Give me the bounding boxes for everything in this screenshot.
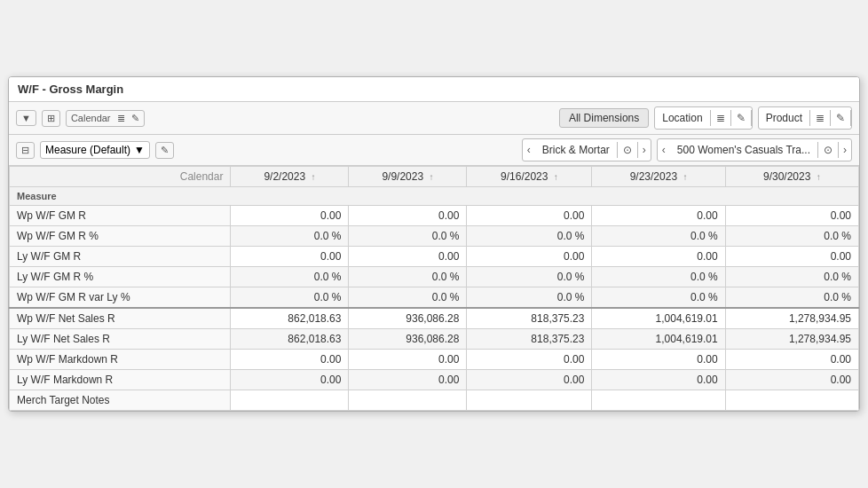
- row-label: Ly W/F GM R %: [10, 267, 231, 287]
- cell-1-0[interactable]: 0.0 %: [231, 226, 349, 247]
- product-hierarchy-icon[interactable]: ≣: [810, 110, 831, 126]
- cell-5-4[interactable]: 1,278,934.95: [725, 308, 858, 329]
- cell-0-4[interactable]: 0.00: [725, 206, 858, 226]
- cell-0-2[interactable]: 0.00: [467, 206, 592, 226]
- product-next-button[interactable]: ›: [839, 142, 851, 158]
- layout-button[interactable]: ⊞: [42, 110, 60, 127]
- data-table: Calendar 9/2/2023 ↑ 9/9/2023 ↑ 9/16/2023…: [9, 166, 859, 411]
- cell-7-4[interactable]: 0.00: [725, 350, 858, 370]
- cell-5-1[interactable]: 936,086.28: [349, 308, 467, 329]
- layout2-button[interactable]: ⊟: [16, 142, 35, 159]
- row-label: Wp W/F GM R %: [10, 226, 231, 247]
- cell-3-4[interactable]: 0.0 %: [725, 267, 858, 287]
- cell-2-3[interactable]: 0.00: [592, 247, 725, 267]
- product-prev-button[interactable]: ‹: [658, 142, 670, 158]
- cell-3-2[interactable]: 0.0 %: [467, 267, 592, 287]
- collapse-button[interactable]: ▼: [16, 110, 36, 126]
- cell-6-4[interactable]: 1,278,934.95: [725, 329, 858, 350]
- cell-4-2[interactable]: 0.0 %: [467, 287, 592, 309]
- cell-5-2[interactable]: 818,375.23: [467, 308, 592, 329]
- cell-7-0[interactable]: 0.00: [231, 350, 349, 370]
- col-header-0: 9/2/2023 ↑: [231, 167, 349, 187]
- calendar-button[interactable]: Calendar ≣ ✎: [66, 110, 145, 127]
- cell-3-3[interactable]: 0.0 %: [592, 267, 725, 287]
- calendar-label: Calendar: [71, 113, 111, 123]
- cell-4-4[interactable]: 0.0 %: [725, 287, 858, 309]
- cell-1-2[interactable]: 0.0 %: [467, 226, 592, 247]
- cell-0-0[interactable]: 0.00: [231, 206, 349, 226]
- cell-8-3[interactable]: 0.00: [592, 370, 725, 390]
- cell-6-1[interactable]: 936,086.28: [349, 329, 467, 350]
- sort-arrow-1: ↑: [429, 172, 433, 182]
- cell-4-0[interactable]: 0.0 %: [231, 287, 349, 309]
- cell-6-0[interactable]: 862,018.63: [231, 329, 349, 350]
- cell-3-0[interactable]: 0.0 %: [231, 267, 349, 287]
- location-target-icon[interactable]: ⊙: [618, 142, 638, 158]
- cell-0-3[interactable]: 0.00: [592, 206, 725, 226]
- product-target-icon[interactable]: ⊙: [818, 142, 839, 158]
- location-hierarchy-icon[interactable]: ≣: [711, 110, 731, 126]
- row-label: Ly W/F Net Sales R: [10, 329, 231, 350]
- table-row: Ly W/F Markdown R0.000.000.000.000.00: [10, 370, 859, 390]
- layout-icon: ⊞: [47, 113, 55, 124]
- table-row: Ly W/F GM R0.000.000.000.000.00: [10, 247, 859, 267]
- cell-1-4[interactable]: 0.0 %: [725, 226, 858, 247]
- cell-5-0[interactable]: 862,018.63: [231, 308, 349, 329]
- cell-8-4[interactable]: 0.00: [725, 370, 858, 390]
- cell-9-3[interactable]: [592, 390, 725, 411]
- product-nav-pill: ‹ 500 Women's Casuals Tra... ⊙ ›: [657, 138, 852, 161]
- cell-4-1[interactable]: 0.0 %: [349, 287, 467, 309]
- cell-2-2[interactable]: 0.00: [467, 247, 592, 267]
- cell-3-1[interactable]: 0.0 %: [349, 267, 467, 287]
- product-current: 500 Women's Casuals Tra...: [670, 142, 818, 158]
- row-label: Ly W/F GM R: [10, 247, 231, 267]
- sort-arrow-2: ↑: [554, 172, 558, 182]
- location-next-button[interactable]: ›: [638, 142, 651, 158]
- cell-7-1[interactable]: 0.00: [349, 350, 467, 370]
- cell-7-3[interactable]: 0.00: [592, 350, 725, 370]
- layout2-icon: ⊟: [21, 145, 29, 156]
- cell-6-3[interactable]: 1,004,619.01: [592, 329, 725, 350]
- cell-4-3[interactable]: 0.0 %: [592, 287, 725, 309]
- sort-arrow-4: ↑: [817, 172, 821, 182]
- col-header-4: 9/30/2023 ↑: [725, 167, 858, 187]
- row-label: Ly W/F Markdown R: [10, 370, 231, 390]
- cell-2-4[interactable]: 0.00: [725, 247, 858, 267]
- cell-9-4[interactable]: [725, 390, 858, 411]
- product-pill: Product ≣ ✎: [758, 106, 852, 130]
- col-date-0: 9/2/2023: [264, 170, 305, 183]
- corner-cell: Calendar: [10, 167, 231, 187]
- all-dimensions-label: All Dimensions: [569, 112, 639, 124]
- measure-label: Measure (Default): [45, 144, 130, 156]
- col-date-4: 9/30/2023: [763, 170, 810, 183]
- measure-edit-button[interactable]: ✎: [155, 142, 174, 159]
- cell-9-2[interactable]: [467, 390, 592, 411]
- cell-8-1[interactable]: 0.00: [349, 370, 467, 390]
- collapse-icon: ▼: [21, 113, 31, 123]
- row-label: Wp W/F GM R: [10, 206, 231, 226]
- cell-6-2[interactable]: 818,375.23: [467, 329, 592, 350]
- cell-8-2[interactable]: 0.00: [467, 370, 592, 390]
- cell-2-1[interactable]: 0.00: [349, 247, 467, 267]
- measure-edit-icon: ✎: [161, 145, 169, 156]
- hierarchy-icon: ≣: [117, 113, 125, 124]
- product-edit-icon[interactable]: ✎: [831, 110, 851, 126]
- cell-9-1[interactable]: [349, 390, 467, 411]
- col-header-3: 9/23/2023 ↑: [592, 167, 725, 187]
- location-prev-button[interactable]: ‹: [523, 142, 535, 158]
- filter-row: ⊟ Measure (Default) ▼ ✎ ‹ Brick & Mortar…: [9, 135, 859, 166]
- cell-9-0[interactable]: [231, 390, 349, 411]
- cell-0-1[interactable]: 0.00: [349, 206, 467, 226]
- cell-8-0[interactable]: 0.00: [231, 370, 349, 390]
- data-table-container: Calendar 9/2/2023 ↑ 9/9/2023 ↑ 9/16/2023…: [9, 166, 859, 411]
- cell-7-2[interactable]: 0.00: [467, 350, 592, 370]
- cell-1-1[interactable]: 0.0 %: [349, 226, 467, 247]
- location-current: Brick & Mortar: [535, 142, 618, 158]
- title-bar: W/F - Gross Margin: [9, 77, 859, 102]
- location-edit-icon[interactable]: ✎: [731, 110, 752, 126]
- cell-1-3[interactable]: 0.0 %: [592, 226, 725, 247]
- measure-select[interactable]: Measure (Default) ▼: [40, 141, 150, 159]
- cell-2-0[interactable]: 0.00: [231, 247, 349, 267]
- all-dimensions-button[interactable]: All Dimensions: [559, 108, 649, 128]
- cell-5-3[interactable]: 1,004,619.01: [592, 308, 725, 329]
